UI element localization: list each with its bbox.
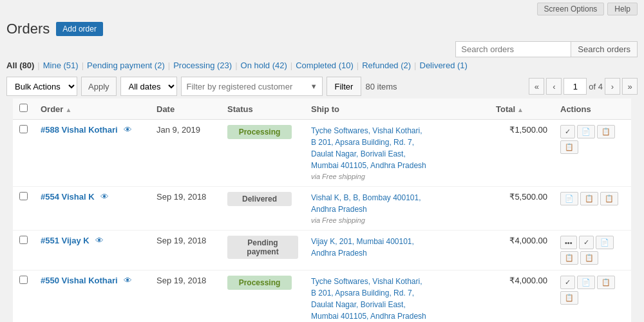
view-button[interactable]: 📄	[560, 192, 578, 205]
tab-processing[interactable]: Processing (23)	[173, 61, 232, 70]
next-page-button[interactable]: ›	[605, 78, 620, 95]
order-cell: #554 Vishal K 👁	[34, 187, 150, 231]
table-header-row: Order▲ Date Status Ship to Total▲ Action…	[13, 99, 631, 120]
first-page-button[interactable]: «	[529, 78, 544, 95]
order-link[interactable]: #588 Vishal Kothari	[41, 125, 118, 135]
date-cell: Sep 19, 2018	[150, 187, 221, 231]
row-checkbox[interactable]	[19, 125, 28, 133]
order-link[interactable]: #551 Vijay K	[41, 236, 90, 245]
search-row: Search orders	[0, 41, 644, 61]
add-order-button[interactable]: Add order	[56, 22, 103, 36]
col-date[interactable]: Date	[150, 99, 221, 120]
filter-button[interactable]: Filter	[327, 77, 362, 96]
tab-refunded[interactable]: Refunded (2)	[362, 61, 411, 70]
order-link[interactable]: #550 Vishal Kothari	[41, 276, 118, 285]
order-cell: #550 Vishal Kothari 👁	[34, 270, 150, 323]
invoice-button[interactable]: 📋	[580, 192, 598, 205]
row-checkbox[interactable]	[19, 276, 28, 284]
more-button[interactable]: •••	[560, 236, 577, 249]
packing-button[interactable]: 📋	[560, 140, 578, 154]
tab-on-hold[interactable]: On hold (42)	[241, 61, 287, 70]
packing-button[interactable]: 📋	[560, 291, 578, 305]
screen-options-button[interactable]: Screen Options	[537, 3, 605, 15]
status-badge: Processing	[227, 125, 292, 139]
prev-page-button[interactable]: ‹	[546, 78, 562, 95]
status-badge: Pending payment	[227, 236, 298, 259]
tab-pending-payment[interactable]: Pending payment (2)	[87, 61, 165, 70]
row-checkbox[interactable]	[19, 236, 28, 244]
eye-icon[interactable]: 👁	[100, 192, 109, 202]
col-order[interactable]: Order▲	[34, 99, 150, 120]
last-page-button[interactable]: »	[622, 78, 638, 95]
status-badge: Processing	[227, 276, 292, 290]
apply-button[interactable]: Apply	[81, 77, 117, 96]
tab-all[interactable]: All (80)	[6, 61, 34, 70]
tab-mine[interactable]: Mine (51)	[43, 61, 79, 70]
filter-customer-wrap: ▼	[181, 77, 323, 96]
actions-cell: ✓ 📄 📋 📋	[554, 270, 631, 323]
order-cell: #588 Vishal Kothari 👁	[34, 120, 150, 187]
order-link[interactable]: #554 Vishal K	[41, 192, 95, 202]
actions-cell: ✓ 📄 📋 📋	[554, 120, 631, 187]
complete-button[interactable]: ✓	[579, 236, 594, 249]
shipping-method: via Free shipping	[311, 216, 365, 224]
shipping-method: via Free shipping	[311, 173, 365, 180]
order-sort-icon: ▲	[65, 106, 71, 113]
table-row: #588 Vishal Kothari 👁 Jan 9, 2019 Proces…	[13, 120, 631, 187]
action-buttons: ••• ✓ 📄 📋 📋	[560, 236, 625, 265]
tab-completed[interactable]: Completed (10)	[296, 61, 354, 70]
ship-cell: Vishal K, B, B, Bombay 400101, Andhra Pr…	[305, 187, 489, 231]
eye-icon[interactable]: 👁	[95, 236, 104, 245]
view-button[interactable]: 📄	[577, 276, 595, 289]
invoice-button[interactable]: 📋	[597, 276, 615, 289]
page-header: Orders Add order	[0, 15, 644, 41]
search-button[interactable]: Search orders	[571, 41, 638, 57]
page-number-input[interactable]	[564, 78, 587, 95]
status-badge: Delivered	[227, 192, 292, 206]
status-cell: Pending payment	[221, 231, 305, 270]
eye-icon[interactable]: 👁	[124, 125, 132, 135]
total-cell: ₹1,500.00	[489, 120, 554, 187]
bulk-actions-select[interactable]: Bulk Actions	[6, 77, 77, 96]
row-checkbox[interactable]	[19, 192, 28, 200]
page-title: Orders	[6, 21, 50, 37]
tab-delivered[interactable]: Delivered (1)	[420, 61, 468, 70]
help-button[interactable]: Help	[607, 3, 638, 15]
status-cell: Processing	[221, 120, 305, 187]
action-buttons: ✓ 📄 📋 📋	[560, 125, 625, 154]
table-row: #550 Vishal Kothari 👁 Sep 19, 2018 Proce…	[13, 270, 631, 323]
ship-cell: Tyche Softwares, Vishal Kothari, B 201, …	[305, 270, 489, 323]
col-actions: Actions	[554, 99, 631, 120]
invoice-button[interactable]: 📋	[560, 251, 578, 265]
table-wrap: Order▲ Date Status Ship to Total▲ Action…	[0, 99, 644, 322]
total-cell: ₹4,000.00	[489, 270, 554, 323]
view-button[interactable]: 📄	[577, 125, 595, 138]
items-count: 80 items	[365, 82, 397, 91]
nav-tabs: All (80) | Mine (51) | Pending payment (…	[0, 61, 644, 70]
dates-select[interactable]: All dates	[120, 77, 177, 96]
date-cell: Sep 19, 2018	[150, 270, 221, 323]
filter-customer-input[interactable]	[181, 77, 323, 96]
actions-cell: 📄 📋 📋	[554, 187, 631, 231]
view-button[interactable]: 📄	[596, 236, 614, 249]
search-input[interactable]	[455, 41, 571, 57]
table-row: #551 Vijay K 👁 Sep 19, 2018 Pending paym…	[13, 231, 631, 270]
select-all-checkbox[interactable]	[19, 104, 28, 112]
top-bar: Screen Options Help	[0, 0, 644, 15]
col-status: Status	[221, 99, 305, 120]
packing-button[interactable]: 📋	[580, 251, 598, 265]
complete-button[interactable]: ✓	[560, 276, 575, 289]
invoice-button[interactable]: 📋	[597, 125, 615, 138]
col-total[interactable]: Total▲	[489, 99, 554, 120]
order-cell: #551 Vijay K 👁	[34, 231, 150, 270]
total-cell: ₹5,500.00	[489, 187, 554, 231]
ship-cell: Vijay K, 201, Mumbai 400101, Andhra Prad…	[305, 231, 489, 270]
toolbar: Bulk Actions Apply All dates ▼ Filter 80…	[0, 74, 644, 99]
action-buttons: ✓ 📄 📋 📋	[560, 276, 625, 305]
date-cell: Sep 19, 2018	[150, 231, 221, 270]
eye-icon[interactable]: 👁	[124, 276, 132, 285]
complete-button[interactable]: ✓	[560, 125, 575, 138]
packing-button[interactable]: 📋	[600, 192, 618, 205]
pagination: « ‹ of 4 › »	[529, 78, 638, 95]
status-cell: Delivered	[221, 187, 305, 231]
